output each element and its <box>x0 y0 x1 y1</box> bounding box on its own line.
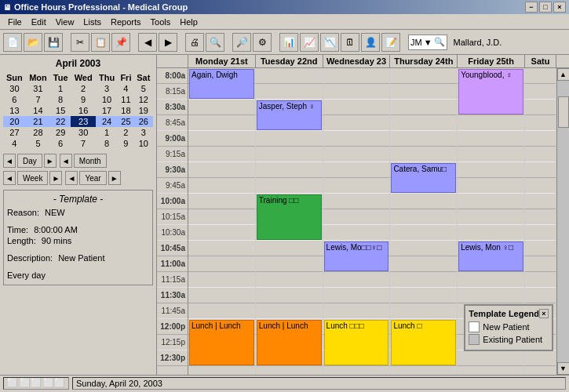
appointment-3[interactable]: Catera, Samu□ <box>391 163 456 193</box>
cal-day-cell[interactable]: 1 <box>50 83 71 94</box>
day-cell-1-6[interactable] <box>256 162 323 178</box>
day-cell-2-6[interactable] <box>323 162 390 178</box>
day-cell-3-5[interactable] <box>390 147 457 162</box>
forward-button[interactable]: ▶ <box>159 33 177 52</box>
day-cell-3-15[interactable] <box>390 303 457 319</box>
day-cell-1-15[interactable] <box>256 303 323 319</box>
day-cell-0-15[interactable] <box>188 303 255 319</box>
cal-day-cell[interactable]: 3 <box>134 127 153 138</box>
day-cell-5-10[interactable] <box>525 225 556 241</box>
day-cell-5-6[interactable] <box>525 162 556 178</box>
cal-day-cell[interactable]: 25 <box>118 116 134 127</box>
cal-day-cell[interactable]: 13 <box>3 105 26 116</box>
day-cell-3-1[interactable] <box>390 84 457 100</box>
cal-day-cell[interactable]: 3 <box>96 83 118 94</box>
cal-day-cell[interactable]: 26 <box>134 116 153 127</box>
year-next-button[interactable]: ► <box>108 171 121 185</box>
cal-day-cell[interactable]: 4 <box>3 138 26 149</box>
day-col-3[interactable]: Catera, Samu□Lunch □ <box>390 68 458 375</box>
day-cell-2-9[interactable] <box>323 209 390 225</box>
scrollbar[interactable]: ▲ ▼ <box>556 68 569 375</box>
cal-day-cell[interactable]: 24 <box>96 116 118 127</box>
tool11[interactable]: 👤 <box>361 33 380 52</box>
day-cell-4-3[interactable] <box>458 115 524 131</box>
day-cell-2-2[interactable] <box>323 100 390 115</box>
day-cell-0-12[interactable] <box>188 256 255 272</box>
cal-day-cell[interactable]: 8 <box>96 138 118 149</box>
day-col-2[interactable]: Lewis, Mo□□♀□Lunch □□□ <box>323 68 391 375</box>
day-cell-3-3[interactable] <box>390 115 457 131</box>
menu-view[interactable]: View <box>51 16 79 28</box>
day-cell-5-2[interactable] <box>525 100 556 115</box>
year-prev-button[interactable]: ◄ <box>65 171 78 185</box>
day-cell-2-4[interactable] <box>323 131 390 147</box>
day-cell-1-12[interactable] <box>256 256 323 272</box>
day-cell-3-10[interactable] <box>390 225 457 241</box>
day-cell-0-6[interactable] <box>188 162 255 178</box>
day-cell-5-13[interactable] <box>525 272 556 288</box>
week-button[interactable]: Week <box>17 171 48 185</box>
cal-day-cell[interactable]: 16 <box>71 105 96 116</box>
day-cell-5-14[interactable] <box>525 288 556 303</box>
tool9[interactable]: 📉 <box>320 33 339 52</box>
appointment-6[interactable]: Lewis, Mon ♀□ <box>458 241 523 271</box>
year-button[interactable]: Year <box>79 171 106 185</box>
day-cell-1-11[interactable] <box>256 241 323 256</box>
appointment-5[interactable]: Lewis, Mo□□♀□ <box>324 241 389 271</box>
appointment-1[interactable]: Jasper, Steph ♀ <box>257 100 322 130</box>
day-cell-3-8[interactable] <box>390 194 457 209</box>
day-button[interactable]: Day <box>17 154 42 168</box>
day-cell-5-1[interactable] <box>525 84 556 100</box>
day-cell-3-13[interactable] <box>390 272 457 288</box>
cal-day-cell[interactable]: 20 <box>3 116 26 127</box>
cal-day-cell[interactable]: 15 <box>50 105 71 116</box>
cal-day-cell[interactable]: 30 <box>71 127 96 138</box>
day-cell-2-15[interactable] <box>323 303 390 319</box>
menu-reports[interactable]: Reports <box>106 16 146 28</box>
day-cell-0-3[interactable] <box>188 115 255 131</box>
day-cell-4-8[interactable] <box>458 194 524 209</box>
cal-day-cell[interactable]: 1 <box>96 127 118 138</box>
appointment-2[interactable]: Youngblood, ♀ <box>458 69 523 114</box>
day-cell-5-7[interactable] <box>525 178 556 194</box>
day-cell-3-2[interactable] <box>390 100 457 115</box>
day-cell-1-7[interactable] <box>256 178 323 194</box>
scroll-up[interactable]: ▲ <box>557 68 570 81</box>
day-cell-4-5[interactable] <box>458 147 524 162</box>
day-cell-0-5[interactable] <box>188 147 255 162</box>
day-cell-0-14[interactable] <box>188 288 255 303</box>
day-cell-2-8[interactable] <box>323 194 390 209</box>
cal-day-cell[interactable]: 21 <box>26 116 50 127</box>
menu-edit[interactable]: Edit <box>27 16 51 28</box>
day-cell-1-0[interactable] <box>256 68 323 84</box>
day-cell-1-4[interactable] <box>256 131 323 147</box>
day-cell-5-5[interactable] <box>525 147 556 162</box>
minimize-button[interactable]: − <box>525 2 538 13</box>
search-button[interactable]: 🔎 <box>232 33 251 52</box>
day-cell-2-14[interactable] <box>323 288 390 303</box>
scroll-down[interactable]: ▼ <box>557 362 570 375</box>
paste-button[interactable]: 📌 <box>111 33 130 52</box>
settings-button[interactable]: ⚙ <box>253 33 272 52</box>
day-cell-2-0[interactable] <box>323 68 390 84</box>
appointment-10[interactable]: Lunch □ <box>391 320 456 365</box>
preview-button[interactable]: 🔍 <box>206 33 224 52</box>
week-prev-button[interactable]: ◄ <box>3 171 16 185</box>
day-cell-5-0[interactable] <box>525 68 556 84</box>
cal-day-cell[interactable]: 8 <box>50 94 71 105</box>
maximize-button[interactable]: □ <box>539 2 552 13</box>
cal-day-cell[interactable]: 30 <box>3 83 26 94</box>
day-cell-5-4[interactable] <box>525 131 556 147</box>
appointment-7[interactable]: Lunch | Lunch <box>189 320 254 365</box>
month-prev-button[interactable]: ◄ <box>60 154 72 168</box>
day-cell-3-14[interactable] <box>390 288 457 303</box>
combo-arrow[interactable]: ▼ <box>424 38 432 47</box>
day-cell-0-13[interactable] <box>188 272 255 288</box>
cal-day-cell[interactable]: 7 <box>71 138 96 149</box>
day-cell-0-7[interactable] <box>188 178 255 194</box>
cal-day-cell[interactable]: 6 <box>50 138 71 149</box>
day-cell-0-11[interactable] <box>188 241 255 256</box>
tool10[interactable]: 🗓 <box>341 33 359 52</box>
cal-day-cell[interactable]: 22 <box>50 116 71 127</box>
cal-day-cell[interactable]: 10 <box>96 94 118 105</box>
